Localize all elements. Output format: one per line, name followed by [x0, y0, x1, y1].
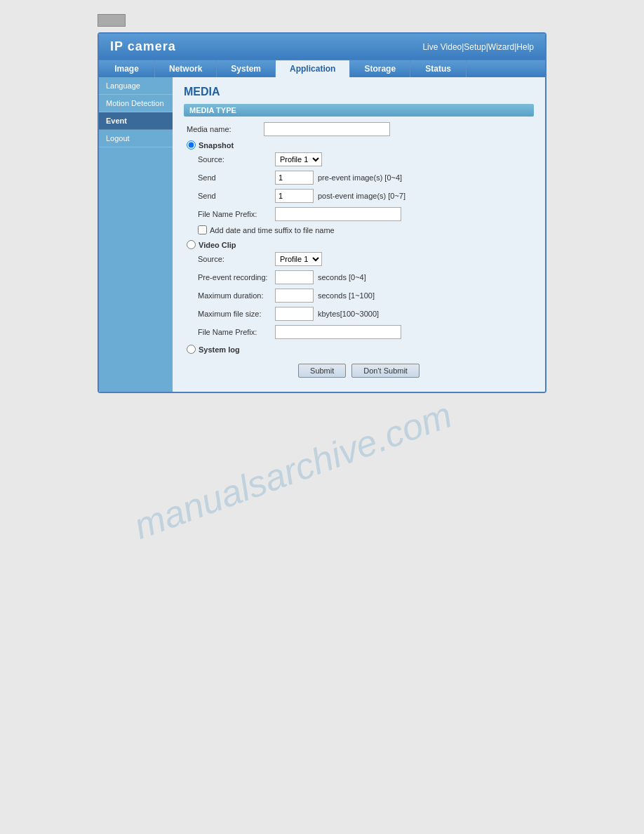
- setup-link[interactable]: Setup: [464, 42, 485, 52]
- videoclip-radio[interactable]: [187, 240, 196, 249]
- media-name-row: Media name:: [184, 122, 534, 136]
- top-bar-button[interactable]: [98, 14, 126, 27]
- file-name-prefix-input[interactable]: [275, 207, 401, 221]
- pre-event-label: Pre-event recording:: [198, 273, 275, 282]
- videoclip-radio-row: Video Clip: [184, 240, 534, 249]
- media-name-input[interactable]: [264, 122, 390, 136]
- send-pre-suffix: pre-event image(s) [0~4]: [318, 173, 402, 182]
- watermark-area: manualsarchive.com: [98, 407, 546, 618]
- max-duration-input[interactable]: [275, 289, 314, 303]
- videoclip-source-label: Source:: [198, 255, 275, 263]
- snapshot-radio[interactable]: [187, 140, 196, 150]
- send-pre-row: Send pre-event image(s) [0~4]: [195, 171, 534, 185]
- page-wrapper: IP camera Live Video|Setup|Wizard|Help I…: [0, 0, 644, 834]
- dont-submit-button[interactable]: Don't Submit: [351, 364, 420, 378]
- tab-storage[interactable]: Storage: [350, 60, 410, 77]
- main-content: Language Motion Detection Event Logout M…: [99, 77, 545, 392]
- system-log-radio[interactable]: [187, 345, 196, 354]
- max-duration-label: Maximum duration:: [198, 291, 275, 300]
- pre-event-input[interactable]: [275, 270, 314, 284]
- add-datetime-row: Add date and time suffix to file name: [195, 225, 534, 234]
- help-link[interactable]: Help: [516, 42, 534, 52]
- button-row: Submit Don't Submit: [184, 364, 534, 383]
- send-pre-label: Send: [198, 173, 275, 182]
- snapshot-label: Snapshot: [199, 141, 234, 150]
- send-post-row: Send post-event image(s) [0~7]: [195, 189, 534, 203]
- add-datetime-checkbox[interactable]: [198, 225, 207, 234]
- send-pre-input[interactable]: [275, 171, 314, 185]
- camera-container: IP camera Live Video|Setup|Wizard|Help I…: [98, 32, 546, 393]
- tab-network[interactable]: Network: [155, 60, 217, 77]
- live-video-link[interactable]: Live Video: [422, 42, 462, 52]
- sidebar-item-logout[interactable]: Logout: [99, 130, 173, 147]
- videoclip-source-select[interactable]: Profile 1 Profile 2 Profile 3: [275, 252, 322, 266]
- sidebar: Language Motion Detection Event Logout: [99, 77, 173, 392]
- send-post-suffix: post-event image(s) [0~7]: [318, 192, 405, 200]
- wizard-link[interactable]: Wizard: [488, 42, 514, 52]
- videoclip-subform: Source: Profile 1 Profile 2 Profile 3 Pr…: [184, 252, 534, 339]
- max-file-suffix: kbytes[100~3000]: [318, 310, 379, 318]
- camera-header: IP camera Live Video|Setup|Wizard|Help: [99, 34, 545, 60]
- system-log-label: System log: [199, 345, 240, 354]
- tab-image[interactable]: Image: [99, 60, 155, 77]
- content-panel: MEDIA MEDIA TYPE Media name: Snapshot So: [173, 77, 545, 392]
- submit-button[interactable]: Submit: [298, 364, 346, 378]
- max-file-input[interactable]: [275, 307, 314, 321]
- max-file-label: Maximum file size:: [198, 310, 275, 318]
- watermark-text: manualsarchive.com: [128, 407, 457, 548]
- snapshot-source-row: Source: Profile 1 Profile 2 Profile 3: [195, 152, 534, 166]
- videoclip-label: Video Clip: [199, 241, 236, 249]
- header-links: Live Video|Setup|Wizard|Help: [422, 42, 534, 52]
- max-file-row: Maximum file size: kbytes[100~3000]: [195, 307, 534, 321]
- snapshot-subform: Source: Profile 1 Profile 2 Profile 3 Se…: [184, 152, 534, 234]
- top-bar: [98, 14, 546, 27]
- pre-event-suffix: seconds [0~4]: [318, 273, 366, 282]
- max-duration-suffix: seconds [1~100]: [318, 291, 375, 300]
- snapshot-source-select[interactable]: Profile 1 Profile 2 Profile 3: [275, 152, 322, 166]
- system-log-radio-row: System log: [184, 345, 534, 354]
- snapshot-radio-row: Snapshot: [184, 140, 534, 150]
- sidebar-item-event[interactable]: Event: [99, 112, 173, 130]
- file-name-prefix-row: File Name Prefix:: [195, 207, 534, 221]
- sidebar-item-language[interactable]: Language: [99, 77, 173, 95]
- tab-status[interactable]: Status: [410, 60, 467, 77]
- camera-title: IP camera: [110, 39, 176, 54]
- tab-system[interactable]: System: [217, 60, 276, 77]
- section-header: MEDIA TYPE: [184, 104, 534, 117]
- file-name-prefix2-input[interactable]: [275, 325, 401, 339]
- file-name-prefix2-row: File Name Prefix:: [195, 325, 534, 339]
- send-post-label: Send: [198, 192, 275, 200]
- media-name-label: Media name:: [187, 125, 264, 133]
- tab-application[interactable]: Application: [276, 60, 350, 77]
- max-duration-row: Maximum duration: seconds [1~100]: [195, 289, 534, 303]
- videoclip-source-row: Source: Profile 1 Profile 2 Profile 3: [195, 252, 534, 266]
- nav-tabs: Image Network System Application Storage…: [99, 60, 545, 77]
- page-heading: MEDIA: [184, 86, 534, 98]
- sidebar-item-motion-detection[interactable]: Motion Detection: [99, 95, 173, 112]
- snapshot-source-label: Source:: [198, 155, 275, 164]
- pre-event-row: Pre-event recording: seconds [0~4]: [195, 270, 534, 284]
- file-name-prefix-label: File Name Prefix:: [198, 210, 275, 218]
- file-name-prefix2-label: File Name Prefix:: [198, 328, 275, 336]
- send-post-input[interactable]: [275, 189, 314, 203]
- add-datetime-label: Add date and time suffix to file name: [210, 226, 335, 234]
